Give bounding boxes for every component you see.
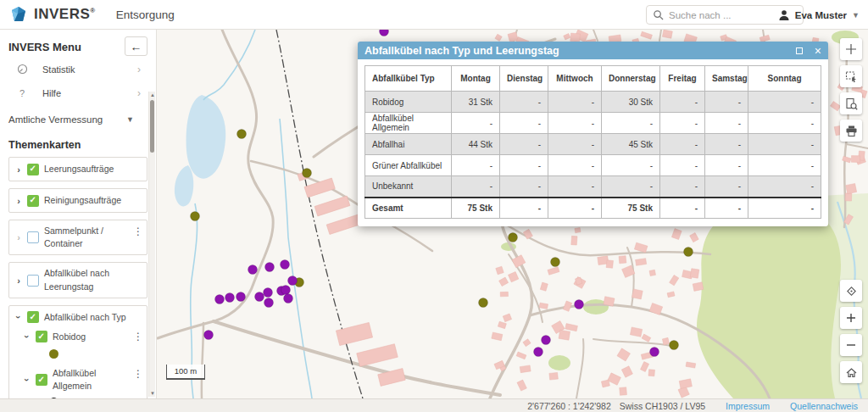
brand[interactable]: INVERS® [0,4,96,25]
layer-row[interactable]: › Leerungsaufträge [14,162,142,176]
map-marker-abfallhai[interactable] [225,293,235,303]
chevron-right-icon[interactable]: › [14,164,24,175]
layer-row[interactable]: › Sammelpunkt / Container ⋮ [14,225,142,250]
dialog-header[interactable]: Abfallkübel nach Typ und Leerungstag × [358,42,828,59]
map-building [500,292,508,297]
zoom-in-button[interactable] [840,307,862,329]
map-marker-abfallhai[interactable] [575,300,584,309]
table-column-header: Montag [452,66,500,92]
sublayer-row-robidog[interactable]: › Robidog ⋮ [22,330,142,344]
close-icon[interactable]: × [815,45,821,57]
sidebar-item-statistik[interactable]: Statistik › [8,59,147,80]
map-marker-abfallhai[interactable] [534,348,543,357]
table-row: Robidog31 Stk--30 Stk--- [365,92,821,113]
layer-checkbox[interactable] [27,164,39,175]
sidebar-scrollbar[interactable]: ▲ ▼ [148,92,155,397]
home-extent-button[interactable] [840,361,862,383]
print-button[interactable] [840,120,862,142]
themenkarten-heading: Themenkarten [8,139,147,151]
layer-checkbox[interactable] [27,231,39,243]
map-marker-robidog[interactable] [303,169,312,178]
layer-checkbox[interactable] [27,275,39,287]
accordion-amtliche-vermessung[interactable]: Amtliche Vermessung ▼ [8,109,147,131]
map-marker-abfallhai[interactable] [255,292,264,302]
layer-checkbox[interactable] [27,311,39,323]
map-marker-abfallhai[interactable] [204,331,214,340]
value-cell: - [748,92,821,113]
map-marker-abfallhai[interactable] [265,263,275,272]
user-menu[interactable]: Eva Muster ▼ [778,0,860,30]
layer-label: Leerungsaufträge [44,163,124,175]
map-marker-abfallhai[interactable] [284,294,293,303]
chevron-right-icon[interactable]: › [14,232,24,242]
map-marker-robidog[interactable] [684,248,693,257]
map-marker-abfallhai[interactable] [248,265,258,275]
map-marker-robidog[interactable] [551,258,560,267]
geolocate-button[interactable] [840,280,862,302]
layer-row[interactable]: › Abfallkübel nach Typ [14,310,142,325]
add-feature-button[interactable] [840,38,862,60]
registered-mark: ® [90,7,95,14]
crs-label: Swiss CH1903 / LV95 [620,401,705,411]
map-marker-abfallhai[interactable] [236,292,246,302]
kebab-menu-icon[interactable]: ⋮ [133,368,142,380]
layer-row[interactable]: › Abfallkübel nach Leerungstag [14,267,142,292]
map-marker-robidog[interactable] [191,212,200,221]
invers-logo-icon [8,4,29,25]
map-marker-abfallhai[interactable] [264,298,274,308]
kebab-menu-icon[interactable]: ⋮ [133,331,142,342]
scrollbar-thumb[interactable] [150,100,154,153]
map-marker-abfallhai[interactable] [281,260,290,270]
dialog-title: Abfallkübel nach Typ und Leerungstag [364,45,796,57]
value-cell: - [748,113,821,134]
search-input[interactable] [669,10,787,20]
chevron-down-icon[interactable]: › [22,375,32,385]
value-cell: - [548,134,602,155]
map-marker-abfallhai[interactable] [281,286,291,295]
quellennachweis-link[interactable]: Quellennachweis [790,401,858,411]
feature-info-button[interactable] [840,92,862,114]
select-tool-button[interactable] [840,65,862,87]
row-label-cell: Unbekannt [365,176,452,198]
kebab-menu-icon[interactable]: ⋮ [133,225,142,237]
map-marker-robidog[interactable] [670,341,679,350]
layer-label: Reinigungsaufträge [44,194,131,207]
scroll-down-icon[interactable]: ▼ [149,391,156,396]
map-marker-abfallhai[interactable] [288,276,298,286]
dialog-abfallkuebel-statistik: Abfallkübel nach Typ und Leerungstag × A… [358,42,828,226]
chevron-down-icon[interactable]: › [14,312,24,322]
table-column-header: Dienstag [500,66,548,92]
scroll-up-icon[interactable]: ▲ [149,92,156,97]
layer-row[interactable]: › Reinigungsaufträge [14,193,142,208]
sidebar-item-hilfe[interactable]: ? Hilfe › [8,83,147,103]
map-marker-abfallhai[interactable] [650,348,659,357]
chevron-right-icon[interactable]: › [14,276,24,286]
sublayer-checkbox[interactable] [36,374,47,386]
chevron-down-icon[interactable]: › [22,331,32,342]
user-name: Eva Muster [795,10,847,20]
value-cell: - [500,134,548,155]
collapse-sidebar-button[interactable]: ← [125,36,147,56]
layer-box-abfallkuebel-leerungstag: › Abfallkübel nach Leerungstag [8,262,147,298]
map-marker-robidog[interactable] [237,130,247,139]
value-cell: - [500,155,548,176]
table-column-header: Mittwoch [548,66,602,92]
zoom-out-button[interactable] [840,334,862,356]
map-building [662,337,669,345]
maximize-icon[interactable] [796,47,803,54]
layer-checkbox[interactable] [27,195,39,207]
sublayer-row-allgemein[interactable]: › Abfallkübel Allgemein ⋮ [22,367,142,393]
map-marker-robidog[interactable] [509,233,518,242]
value-cell: - [748,198,821,219]
map-marker-abfallhai[interactable] [380,30,389,36]
chevron-right-icon[interactable]: › [14,196,24,206]
map-marker-abfallhai[interactable] [542,336,551,345]
geolocate-icon [845,285,858,298]
sublayer-checkbox[interactable] [36,331,47,342]
table-row: Abfallhai44 Stk--45 Stk--- [365,134,821,155]
impressum-link[interactable]: Impressum [726,401,770,411]
map-marker-abfallhai[interactable] [215,295,225,304]
value-cell: - [660,113,705,134]
map-marker-abfallhai[interactable] [264,288,273,298]
map-marker-robidog[interactable] [479,298,488,308]
